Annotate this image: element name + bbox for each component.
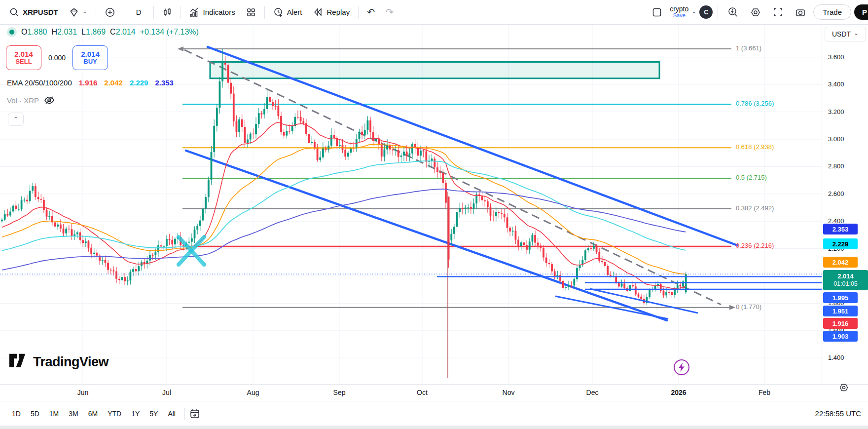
quick-search-button[interactable] [723, 4, 743, 20]
open-value: 1.880 [27, 28, 47, 36]
ema-value: 2.229 [130, 78, 148, 87]
buy-button[interactable]: 2.014 BUY [72, 45, 108, 70]
replay-button[interactable]: Replay [308, 4, 354, 20]
time-axis-label: Dec [586, 389, 599, 396]
currency-unit-dropdown[interactable]: USDT ⌄ [825, 27, 866, 41]
screenshot-button[interactable] [791, 4, 810, 20]
symbol-search-button[interactable]: XRPUSDT [5, 5, 63, 20]
clock-utc[interactable]: 22:58:55 UTC [815, 409, 861, 418]
range-button-all[interactable]: All [163, 407, 181, 421]
price-badge: 1.995 [823, 292, 858, 303]
candles-icon [162, 7, 172, 17]
price-badge: 2.229 [823, 238, 858, 249]
range-button-ytd[interactable]: YTD [103, 407, 126, 421]
range-button-5y[interactable]: 5Y [145, 407, 163, 421]
indicators-button[interactable]: Indicators [185, 4, 240, 20]
price-chart[interactable] [0, 0, 868, 429]
ema-title: EMA 20/50/100/200 [7, 78, 72, 87]
plan-button[interactable]: P [854, 4, 868, 20]
grid-templates-icon [246, 7, 256, 17]
settings-button[interactable] [746, 4, 765, 20]
sell-button[interactable]: 2.014 SELL [6, 45, 41, 70]
time-axis-label: Feb [759, 389, 770, 396]
range-button-1y[interactable]: 1Y [126, 407, 145, 421]
ohlc-legend: O1.880 H2.031 L1.869 C2.014 +0.134 (+7.1… [7, 27, 199, 37]
range-button-1d[interactable]: 1D [7, 407, 26, 421]
collapse-legend-button[interactable]: ⌃ [8, 113, 24, 126]
layout-name-save[interactable]: crypto Save [670, 5, 688, 18]
window-bottom-strip [0, 426, 868, 429]
range-button-6m[interactable]: 6M [83, 407, 103, 421]
chart-style-button[interactable] [158, 5, 177, 20]
range-button-3m[interactable]: 3M [64, 407, 83, 421]
alert-clock-icon [273, 7, 284, 17]
ema-value: 2.042 [104, 78, 123, 87]
eye-off-icon[interactable] [44, 96, 55, 105]
trade-panel: 2.014 SELL 0.000 2.014 BUY [6, 45, 108, 70]
time-axis-label: Nov [503, 389, 515, 396]
layout-select-button[interactable] [647, 4, 667, 20]
fib-level-label: 0 (1.770) [736, 303, 761, 311]
toolbar-separator [181, 6, 181, 19]
ema-value: 2.353 [155, 78, 174, 87]
layout-name-label: crypto [670, 5, 688, 13]
close-label: C [110, 28, 116, 36]
price-tick: 2.800 [828, 162, 844, 170]
toolbar-separator [96, 6, 96, 19]
indicators-icon [189, 7, 200, 17]
time-axis-label: Sep [333, 389, 346, 396]
compare-add-button[interactable] [100, 4, 120, 20]
alert-label: Alert [287, 8, 302, 16]
save-button[interactable]: Save [673, 13, 686, 19]
volume-indicator-row[interactable]: Vol · XRP [7, 96, 55, 105]
time-axis-label: Jun [77, 389, 89, 396]
price-tick: 1.400 [828, 354, 844, 361]
avatar[interactable]: C [699, 5, 713, 19]
price-badge: 2.353 [823, 224, 858, 234]
toolbar-separator [153, 6, 154, 19]
interval-button[interactable]: D [128, 5, 149, 19]
trade-button[interactable]: Trade [813, 4, 851, 20]
tradingview-logo[interactable]: TradingView [9, 353, 108, 370]
flash-search-icon [727, 7, 738, 18]
fib-level-label: 0.786 (3.256) [736, 100, 774, 107]
axis-settings-icon[interactable] [838, 382, 849, 393]
volume-label: Vol · XRP [7, 96, 39, 105]
ema-indicator-row[interactable]: EMA 20/50/100/200 1.9162.0422.2292.353 [7, 78, 174, 87]
close-value: 2.014 [116, 28, 136, 36]
range-button-1m[interactable]: 1M [44, 407, 64, 421]
camera-icon [795, 7, 806, 18]
change-value: +0.134 (+7.13%) [140, 28, 199, 37]
redo-button[interactable]: ↷ [381, 4, 398, 20]
ema-values: 1.9162.0422.2292.353 [79, 78, 174, 87]
chevron-down-icon[interactable]: ⌄ [691, 8, 696, 15]
symbol-name: XRPUSDT [23, 8, 58, 16]
buy-price: 2.014 [81, 50, 100, 58]
price-badge: 1.951 [823, 306, 858, 316]
currency-unit-label: USDT [832, 30, 851, 38]
quick-trade-fab[interactable] [674, 359, 689, 375]
goto-date-icon[interactable] [189, 408, 201, 420]
toolbar-separator [718, 6, 718, 19]
spread-value: 0.000 [46, 53, 68, 63]
alert-button[interactable]: Alert [269, 4, 307, 20]
chevron-down-icon: ⌄ [82, 8, 87, 15]
search-icon [9, 7, 19, 17]
indicator-templates-button[interactable] [242, 5, 260, 20]
fullscreen-button[interactable] [768, 4, 788, 20]
chevron-down-icon: ⌄ [854, 30, 859, 37]
time-axis-label: Jul [162, 389, 171, 396]
undo-button[interactable]: ↶ [362, 4, 379, 20]
fib-level-label: 0.5 (2.715) [736, 174, 767, 181]
time-axis[interactable]: JunJulAugSepOctNovDec2026Feb [0, 384, 868, 401]
low-label: L [81, 28, 86, 36]
layout-icon [651, 7, 662, 18]
tradingview-wordmark: TradingView [33, 354, 108, 370]
sell-label: SELL [15, 58, 32, 66]
supercharts-menu-button[interactable]: ⌄ [65, 5, 92, 20]
replay-rewind-icon [313, 7, 323, 17]
price-axis[interactable]: 3.6003.4003.2003.0002.8002.6002.4002.200… [822, 25, 868, 384]
range-button-5d[interactable]: 5D [26, 407, 44, 421]
toolbar-separator [124, 6, 124, 19]
tradingview-mark-icon [9, 353, 29, 370]
